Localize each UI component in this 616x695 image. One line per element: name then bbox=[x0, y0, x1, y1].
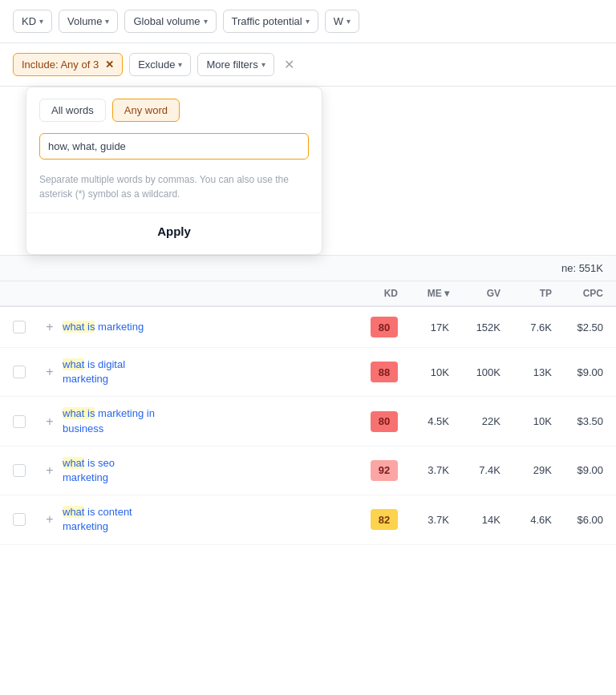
table-row: + what is marketing inbusiness 80 4.5K 2… bbox=[0, 397, 616, 446]
hint-text: Separate multiple words by commas. You c… bbox=[26, 168, 322, 212]
chevron-down-icon: ▾ bbox=[261, 60, 265, 69]
cpc-cell: $6.00 bbox=[555, 514, 603, 526]
kd-cell: 92 bbox=[350, 460, 398, 481]
kd-badge: 80 bbox=[371, 411, 398, 432]
word-toggle-group: All words Any word bbox=[26, 87, 322, 130]
volume-cell: 3.7K bbox=[401, 464, 449, 476]
keyword-cell: what is marketing bbox=[63, 320, 346, 334]
table-row: + what is seomarketing 92 3.7K 7.4K 29K … bbox=[0, 446, 616, 495]
traffic-potential-filter-btn[interactable]: Traffic potential ▾ bbox=[223, 10, 318, 33]
gv-cell: 100K bbox=[452, 366, 500, 378]
tp-cell: 29K bbox=[504, 464, 552, 476]
w-filter-btn[interactable]: W ▾ bbox=[325, 10, 359, 33]
kd-cell: 88 bbox=[350, 362, 398, 382]
filter-row-2: Include: Any of 3 ✕ Exclude ▾ More filte… bbox=[0, 43, 616, 87]
cpc-cell: $9.00 bbox=[555, 366, 603, 378]
add-keyword-icon[interactable]: + bbox=[40, 512, 59, 527]
more-filters-btn[interactable]: More filters ▾ bbox=[197, 53, 274, 76]
add-keyword-icon[interactable]: + bbox=[40, 414, 59, 429]
clear-all-icon[interactable]: ✕ bbox=[281, 54, 298, 75]
kd-filter-btn[interactable]: KD ▾ bbox=[13, 10, 52, 33]
cpc-cell: $3.50 bbox=[555, 415, 603, 427]
row-checkbox[interactable] bbox=[13, 464, 37, 477]
table-row: + what is contentmarketing 82 3.7K 14K 4… bbox=[0, 495, 616, 544]
gv-cell: 152K bbox=[452, 321, 500, 333]
keyword-link[interactable]: what is marketing inbusiness bbox=[63, 407, 155, 434]
tp-cell: 7.6K bbox=[504, 321, 552, 333]
include-dropdown: All words Any word Separate multiple wor… bbox=[26, 87, 322, 255]
apply-btn-wrap: Apply bbox=[26, 212, 322, 254]
exclude-filter-btn[interactable]: Exclude ▾ bbox=[129, 53, 191, 76]
row-checkbox[interactable] bbox=[13, 415, 37, 428]
chevron-down-icon: ▾ bbox=[105, 17, 109, 26]
gv-cell: 14K bbox=[452, 514, 500, 526]
add-keyword-icon[interactable]: + bbox=[40, 365, 59, 379]
volume-filter-btn[interactable]: Volume ▾ bbox=[59, 10, 118, 33]
all-words-toggle[interactable]: All words bbox=[39, 99, 106, 122]
include-filter-btn[interactable]: Include: Any of 3 ✕ bbox=[13, 53, 123, 76]
table-row: + what is digitalmarketing 88 10K 100K 1… bbox=[0, 348, 616, 397]
keyword-link[interactable]: what is contentmarketing bbox=[63, 506, 132, 532]
col-kd[interactable]: KD bbox=[350, 288, 398, 299]
chevron-down-icon: ▾ bbox=[346, 17, 351, 26]
any-word-toggle[interactable]: Any word bbox=[112, 99, 180, 122]
keyword-link[interactable]: what is digitalmarketing bbox=[63, 358, 125, 385]
cpc-cell: $9.00 bbox=[555, 464, 603, 476]
kd-badge: 80 bbox=[371, 317, 398, 337]
close-icon[interactable]: ✕ bbox=[105, 59, 114, 71]
keyword-cell: what is digitalmarketing bbox=[63, 358, 346, 386]
kd-cell: 82 bbox=[350, 509, 398, 530]
add-keyword-icon[interactable]: + bbox=[40, 320, 59, 334]
keyword-input-wrap bbox=[26, 130, 322, 168]
global-volume-filter-btn[interactable]: Global volume ▾ bbox=[124, 10, 216, 33]
kd-cell: 80 bbox=[350, 411, 398, 432]
keyword-cell: what is contentmarketing bbox=[63, 505, 346, 534]
tp-cell: 13K bbox=[504, 366, 552, 378]
table-header: KD me ▾ GV TP CPC bbox=[0, 281, 616, 307]
filter-bar: KD ▾ Volume ▾ Global volume ▾ Traffic po… bbox=[0, 0, 616, 43]
add-keyword-icon[interactable]: + bbox=[40, 463, 59, 478]
chevron-down-icon: ▾ bbox=[39, 17, 43, 26]
chevron-down-icon: ▾ bbox=[306, 17, 310, 26]
volume-summary-label: ne: 551K bbox=[561, 262, 603, 274]
col-tp: TP bbox=[504, 288, 552, 299]
chevron-down-icon: ▾ bbox=[178, 60, 182, 69]
table-row: + what is marketing 80 17K 152K 7.6K $2.… bbox=[0, 307, 616, 348]
volume-summary-row: ne: 551K bbox=[0, 256, 616, 281]
apply-button[interactable]: Apply bbox=[144, 221, 204, 241]
kd-cell: 80 bbox=[350, 317, 398, 337]
keyword-cell: what is seomarketing bbox=[63, 456, 346, 485]
tp-cell: 10K bbox=[504, 415, 552, 427]
volume-cell: 4.5K bbox=[401, 415, 449, 427]
volume-cell: 17K bbox=[401, 321, 449, 333]
keyword-table: + what is marketing 80 17K 152K 7.6K $2.… bbox=[0, 307, 616, 545]
keyword-input[interactable] bbox=[39, 133, 309, 160]
gv-cell: 7.4K bbox=[452, 464, 500, 476]
row-checkbox[interactable] bbox=[13, 513, 37, 526]
tp-cell: 4.6K bbox=[504, 514, 552, 526]
col-gv: GV bbox=[452, 288, 500, 299]
volume-cell: 10K bbox=[401, 366, 449, 378]
kd-badge: 92 bbox=[371, 460, 398, 481]
col-volume[interactable]: me ▾ bbox=[401, 288, 449, 299]
keyword-link[interactable]: what is marketing bbox=[63, 321, 144, 333]
row-checkbox[interactable] bbox=[13, 366, 37, 378]
chevron-down-icon: ▾ bbox=[204, 17, 208, 26]
gv-cell: 22K bbox=[452, 415, 500, 427]
kd-badge: 82 bbox=[371, 509, 398, 530]
volume-cell: 3.7K bbox=[401, 514, 449, 526]
keyword-link[interactable]: what is seomarketing bbox=[63, 457, 115, 483]
keyword-cell: what is marketing inbusiness bbox=[63, 406, 346, 435]
col-cpc: CPC bbox=[555, 288, 603, 299]
row-checkbox[interactable] bbox=[13, 321, 37, 333]
kd-badge: 88 bbox=[371, 362, 398, 382]
cpc-cell: $2.50 bbox=[555, 321, 603, 333]
